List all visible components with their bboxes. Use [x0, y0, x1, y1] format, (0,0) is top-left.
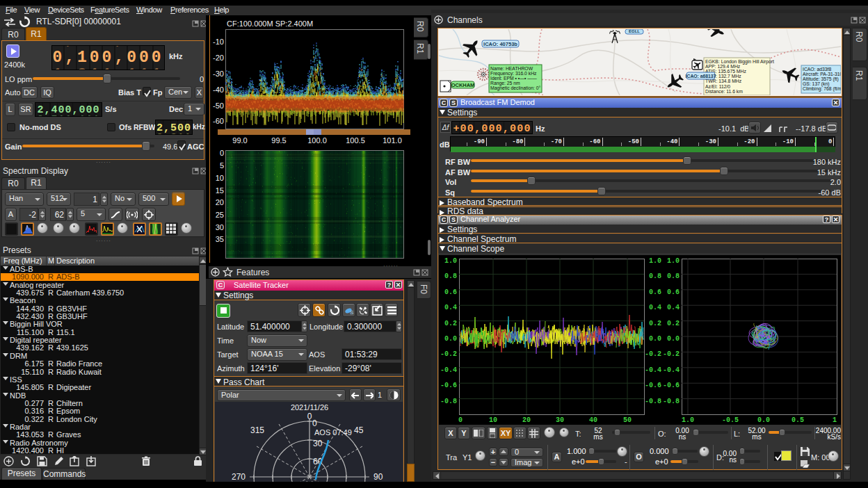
- svg-text:99.5: 99.5: [271, 136, 286, 145]
- svg-text:ICAO: a68137: ICAO: a68137: [686, 74, 716, 79]
- svg-text:0: 0: [458, 416, 463, 424]
- svg-text:-0.4: -0.4: [645, 366, 661, 374]
- svg-text:-90: -90: [474, 138, 485, 145]
- svg-text:Aircraft: PA-31-310: Aircraft: PA-31-310: [803, 72, 841, 76]
- svg-text:20: 20: [216, 198, 224, 206]
- svg-text:0.6: 0.6: [444, 288, 457, 296]
- svg-text:45: 45: [354, 425, 364, 435]
- svg-text:Climbing: 768 (ft/m: Climbing: 768 (ft/m: [803, 86, 841, 92]
- svg-text:-50: -50: [628, 138, 639, 145]
- svg-text:20: 20: [522, 416, 531, 424]
- svg-text:0: 0: [307, 412, 312, 421]
- svg-text:10: 10: [489, 416, 497, 424]
- svg-text:-0.8: -0.8: [663, 398, 680, 405]
- svg-text:0.0: 0.0: [757, 416, 770, 424]
- svg-text:270: 270: [232, 472, 246, 482]
- svg-text:-0.8: -0.8: [645, 398, 661, 405]
- svg-text:-0.4: -0.4: [440, 366, 457, 374]
- svg-text:-20: -20: [744, 138, 755, 145]
- svg-text:-0.4: -0.4: [663, 366, 680, 374]
- svg-text:0.0: 0.0: [649, 335, 661, 343]
- svg-text:0.0: 0.0: [667, 335, 680, 343]
- svg-text:0.4: 0.4: [667, 304, 680, 311]
- svg-text:0.6: 0.6: [667, 288, 680, 296]
- svg-text:-0.5: -0.5: [722, 416, 739, 424]
- svg-text:30: 30: [556, 416, 564, 424]
- svg-text:2021/11/26: 2021/11/26: [291, 403, 328, 412]
- svg-text:40: 40: [589, 416, 597, 424]
- svg-text:30: 30: [216, 223, 224, 231]
- svg-text:0.4: 0.4: [444, 304, 457, 311]
- svg-text:10: 10: [216, 174, 224, 182]
- svg-text:-0.2: -0.2: [663, 350, 680, 358]
- svg-text:0.2: 0.2: [444, 320, 457, 327]
- svg-text:0.8: 0.8: [667, 273, 680, 280]
- svg-text:-40: -40: [213, 86, 224, 94]
- svg-text:EGLL: EGLL: [629, 29, 640, 33]
- svg-text:99.0: 99.0: [232, 136, 247, 145]
- svg-text:Distance: 11.6 km: Distance: 11.6 km: [705, 89, 743, 94]
- svg-text:ICAO: ad33f8: ICAO: ad33f8: [803, 67, 831, 72]
- svg-text:1: 1: [833, 416, 837, 424]
- svg-text:-10: -10: [213, 38, 224, 46]
- svg-text:0.4: 0.4: [649, 304, 661, 311]
- svg-text:0: 0: [312, 418, 317, 428]
- svg-text:-20: -20: [213, 54, 224, 62]
- svg-text:0: 0: [828, 138, 832, 145]
- svg-text:101.0: 101.0: [383, 136, 402, 145]
- svg-text:-0.2: -0.2: [440, 350, 457, 358]
- svg-text:1.0: 1.0: [682, 416, 694, 424]
- svg-text:-0.2: -0.2: [645, 350, 661, 358]
- svg-text:-30: -30: [705, 138, 716, 145]
- svg-text:Az/El: 112/0: Az/El: 112/0: [705, 84, 730, 89]
- svg-text:ICAO: 40753b: ICAO: 40753b: [483, 41, 517, 47]
- svg-text:Name: HEATHROW: Name: HEATHROW: [490, 66, 533, 71]
- svg-text:-0.6: -0.6: [645, 382, 661, 389]
- svg-text:1.0: 1.0: [667, 257, 680, 265]
- svg-text:100.5: 100.5: [346, 136, 365, 145]
- svg-text:-0.6: -0.6: [440, 382, 457, 389]
- svg-text:1.0: 1.0: [444, 257, 457, 265]
- svg-text:-0.8: -0.8: [440, 398, 457, 405]
- svg-text:0: 0: [220, 149, 224, 157]
- svg-text:100.0: 100.0: [307, 136, 327, 145]
- svg-text:S: S: [350, 309, 353, 316]
- svg-text:-30: -30: [213, 70, 224, 78]
- svg-text:35: 35: [216, 235, 224, 243]
- svg-text:OCKHAM: OCKHAM: [451, 82, 475, 88]
- svg-text:50: 50: [623, 416, 632, 424]
- svg-text:0.6: 0.6: [649, 288, 661, 296]
- svg-text:315: 315: [250, 425, 264, 435]
- svg-text:-0.6: -0.6: [663, 382, 680, 389]
- svg-text:-60: -60: [589, 138, 600, 145]
- svg-text:-60: -60: [213, 117, 224, 125]
- svg-text:0.2: 0.2: [649, 320, 661, 327]
- svg-text:0.8: 0.8: [649, 273, 661, 280]
- svg-text:-40: -40: [666, 138, 677, 145]
- svg-text:1.0: 1.0: [649, 257, 661, 265]
- svg-text:AOS 07:49: AOS 07:49: [314, 428, 352, 437]
- svg-text:APP: 129.4 MHz: APP: 129.4 MHz: [705, 64, 741, 69]
- svg-text:90: 90: [373, 472, 383, 482]
- svg-text:Ident: EPM • •—• ——: Ident: EPM • •—• ——: [490, 76, 537, 81]
- svg-text:0.5: 0.5: [791, 416, 804, 424]
- svg-text:0.0: 0.0: [444, 335, 457, 343]
- svg-text:CF:100.000M SP:2.400M: CF:100.000M SP:2.400M: [227, 19, 313, 28]
- svg-text:-10: -10: [782, 138, 794, 145]
- svg-text:-50: -50: [213, 101, 224, 110]
- svg-text:-70: -70: [551, 138, 562, 145]
- svg-text:0.8: 0.8: [444, 273, 457, 280]
- svg-text:-80: -80: [512, 138, 523, 145]
- svg-text:0.2: 0.2: [667, 320, 680, 327]
- svg-text:25: 25: [216, 211, 224, 219]
- svg-text:15: 15: [216, 186, 224, 195]
- svg-text:Magnetic declination: 0°: Magnetic declination: 0°: [490, 86, 541, 91]
- svg-text:5: 5: [220, 161, 224, 170]
- svg-text:30: 30: [313, 439, 323, 448]
